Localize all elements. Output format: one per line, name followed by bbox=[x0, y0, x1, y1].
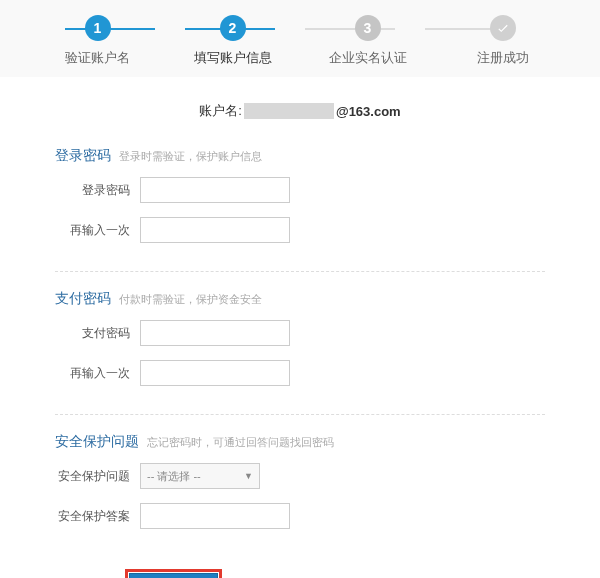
login-pw-confirm-label: 再输入一次 bbox=[55, 222, 130, 239]
step-progress: 1 验证账户名 2 填写账户信息 3 企业实名认证 注册成功 bbox=[0, 0, 600, 77]
step-3: 3 企业实名认证 bbox=[300, 15, 435, 67]
next-step-button[interactable]: 下一步 bbox=[129, 573, 218, 578]
check-icon bbox=[490, 15, 516, 41]
security-title: 安全保护问题 bbox=[55, 433, 139, 451]
login-password-input[interactable] bbox=[140, 177, 290, 203]
pay-password-input[interactable] bbox=[140, 320, 290, 346]
security-question-section: 安全保护问题 忘记密码时，可通过回答问题找回密码 安全保护问题 -- 请选择 -… bbox=[0, 421, 600, 551]
account-domain: @163.com bbox=[336, 104, 401, 119]
login-pw-label: 登录密码 bbox=[55, 182, 130, 199]
pay-pw-title: 支付密码 bbox=[55, 290, 111, 308]
pay-pw-label: 支付密码 bbox=[55, 325, 130, 342]
account-masked bbox=[244, 103, 334, 119]
pay-pw-confirm-label: 再输入一次 bbox=[55, 365, 130, 382]
step-4: 注册成功 bbox=[435, 15, 570, 67]
pay-password-section: 支付密码 付款时需验证，保护资金安全 支付密码 再输入一次 bbox=[0, 278, 600, 408]
divider bbox=[55, 271, 545, 272]
divider bbox=[55, 414, 545, 415]
security-answer-label: 安全保护答案 bbox=[55, 508, 130, 525]
security-answer-input[interactable] bbox=[140, 503, 290, 529]
step-1-label: 验证账户名 bbox=[30, 49, 165, 67]
step-2-label: 填写账户信息 bbox=[165, 49, 300, 67]
step-2-circle: 2 bbox=[220, 15, 246, 41]
select-placeholder: -- 请选择 -- bbox=[147, 469, 201, 484]
step-3-label: 企业实名认证 bbox=[300, 49, 435, 67]
security-question-select[interactable]: -- 请选择 -- ▼ bbox=[140, 463, 260, 489]
security-hint: 忘记密码时，可通过回答问题找回密码 bbox=[147, 435, 334, 450]
pay-password-confirm-input[interactable] bbox=[140, 360, 290, 386]
login-password-confirm-input[interactable] bbox=[140, 217, 290, 243]
security-question-label: 安全保护问题 bbox=[55, 468, 130, 485]
step-1: 1 验证账户名 bbox=[30, 15, 165, 67]
step-2: 2 填写账户信息 bbox=[165, 15, 300, 67]
step-1-circle: 1 bbox=[85, 15, 111, 41]
step-3-circle: 3 bbox=[355, 15, 381, 41]
submit-highlight: 下一步 bbox=[125, 569, 222, 578]
login-pw-title: 登录密码 bbox=[55, 147, 111, 165]
login-pw-hint: 登录时需验证，保护账户信息 bbox=[119, 149, 262, 164]
chevron-down-icon: ▼ bbox=[244, 471, 253, 481]
step-4-label: 注册成功 bbox=[435, 49, 570, 67]
account-label: 账户名: bbox=[199, 102, 242, 120]
account-display: 账户名: @163.com bbox=[0, 77, 600, 135]
pay-pw-hint: 付款时需验证，保护资金安全 bbox=[119, 292, 262, 307]
login-password-section: 登录密码 登录时需验证，保护账户信息 登录密码 再输入一次 bbox=[0, 135, 600, 265]
